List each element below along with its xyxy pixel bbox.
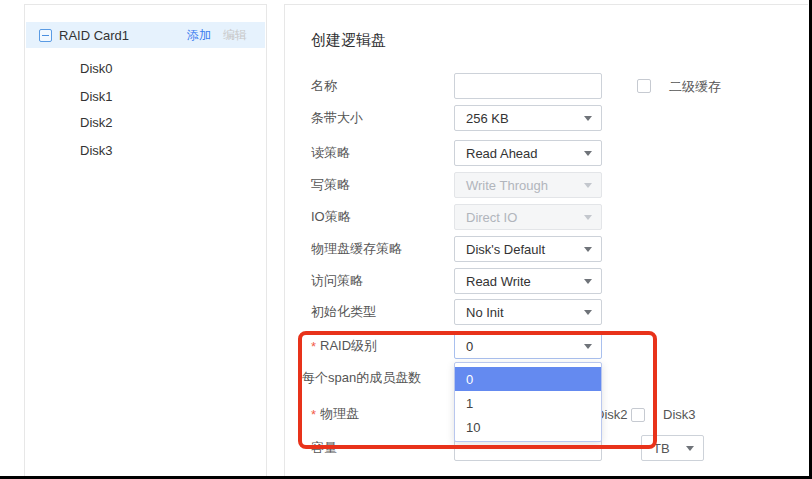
io-policy-value: Direct IO bbox=[466, 210, 517, 225]
write-policy-select: Write Through bbox=[454, 172, 602, 198]
raid-level-select[interactable]: 0 bbox=[454, 333, 602, 359]
disk-cache-value: Disk's Default bbox=[466, 242, 545, 257]
init-type-row: 初始化类型 No Init bbox=[311, 299, 808, 325]
stripe-label: 条带大小 bbox=[311, 105, 363, 131]
stripe-select[interactable]: 256 KB bbox=[454, 105, 602, 131]
stripe-row: 条带大小 256 KB bbox=[311, 105, 808, 131]
sidebar-item-disk2[interactable]: Disk2 bbox=[26, 108, 265, 136]
required-star-icon: * bbox=[311, 339, 316, 354]
name-row: 名称 二级缓存 bbox=[311, 73, 808, 99]
raid-level-option-1[interactable]: 1 bbox=[455, 391, 601, 415]
raid-level-option-0[interactable]: 0 bbox=[455, 367, 601, 391]
page-title: 创建逻辑盘 bbox=[311, 31, 386, 50]
add-link[interactable]: 添加 bbox=[187, 27, 211, 44]
sidebar-item-raid-card[interactable]: RAID Card1 添加 编辑 bbox=[26, 22, 265, 48]
chevron-down-icon bbox=[584, 215, 592, 220]
chevron-down-icon bbox=[584, 247, 592, 252]
required-star-icon: * bbox=[311, 407, 316, 422]
io-policy-label: IO策略 bbox=[311, 204, 351, 230]
disk3-checkbox[interactable] bbox=[631, 408, 645, 422]
chevron-down-icon bbox=[584, 183, 592, 188]
read-policy-label: 读策略 bbox=[311, 140, 350, 166]
name-input[interactable] bbox=[454, 73, 602, 99]
capacity-unit-select[interactable]: TB bbox=[641, 435, 704, 461]
raid-card-label: RAID Card1 bbox=[59, 28, 187, 43]
raid-level-row: * RAID级别 0 bbox=[311, 333, 808, 359]
span-members-label: 每个span的成员盘数 bbox=[302, 365, 421, 391]
chevron-down-icon bbox=[584, 151, 592, 156]
access-policy-select[interactable]: Read Write bbox=[454, 268, 602, 294]
read-policy-row: 读策略 Read Ahead bbox=[311, 140, 808, 166]
chevron-down-icon bbox=[584, 279, 592, 284]
access-policy-value: Read Write bbox=[466, 274, 531, 289]
disk-cache-row: 物理盘缓存策略 Disk's Default bbox=[311, 236, 808, 262]
stripe-value: 256 KB bbox=[466, 111, 509, 126]
physical-disk-label: * 物理盘 bbox=[311, 401, 359, 427]
disk-cache-label: 物理盘缓存策略 bbox=[311, 236, 402, 262]
secondary-cache-label: 二级缓存 bbox=[669, 78, 721, 96]
raid-level-label: * RAID级别 bbox=[311, 333, 377, 359]
raid-level-value: 0 bbox=[466, 339, 473, 354]
edit-link[interactable]: 编辑 bbox=[223, 27, 247, 44]
chevron-down-icon bbox=[584, 344, 592, 349]
capacity-unit-value: TB bbox=[653, 441, 670, 456]
disk3-checkbox-label: Disk3 bbox=[663, 407, 696, 422]
chevron-down-icon bbox=[584, 116, 592, 121]
io-policy-row: IO策略 Direct IO bbox=[311, 204, 808, 230]
collapse-minus-icon[interactable] bbox=[39, 29, 52, 42]
io-policy-select: Direct IO bbox=[454, 204, 602, 230]
sidebar-item-disk0[interactable]: Disk0 bbox=[26, 54, 265, 82]
capacity-label: 容量 bbox=[311, 435, 337, 461]
sidebar-item-disk3[interactable]: Disk3 bbox=[26, 136, 265, 164]
sidebar-item-disk1[interactable]: Disk1 bbox=[26, 82, 265, 110]
write-policy-value: Write Through bbox=[466, 178, 548, 193]
access-policy-row: 访问策略 Read Write bbox=[311, 268, 808, 294]
chevron-down-icon bbox=[584, 310, 592, 315]
create-logical-disk-panel: 创建逻辑盘 名称 二级缓存 条带大小 256 KB 读策略 Read Ahead… bbox=[284, 4, 808, 476]
name-label: 名称 bbox=[311, 73, 337, 99]
raid-level-option-10[interactable]: 10 bbox=[455, 415, 601, 439]
read-policy-select[interactable]: Read Ahead bbox=[454, 140, 602, 166]
init-type-label: 初始化类型 bbox=[311, 299, 376, 325]
write-policy-label: 写策略 bbox=[311, 172, 350, 198]
init-type-value: No Init bbox=[466, 305, 504, 320]
secondary-cache-checkbox[interactable] bbox=[637, 79, 651, 93]
read-policy-value: Read Ahead bbox=[466, 146, 538, 161]
access-policy-label: 访问策略 bbox=[311, 268, 363, 294]
device-tree-panel: RAID Card1 添加 编辑 Disk0 Disk1 Disk2 Disk3 bbox=[24, 4, 267, 476]
init-type-select[interactable]: No Init bbox=[454, 299, 602, 325]
disk3-checkbox-group: Disk3 bbox=[631, 407, 696, 422]
write-policy-row: 写策略 Write Through bbox=[311, 172, 808, 198]
raid-level-dropdown-panel: 0 1 10 bbox=[454, 362, 602, 442]
chevron-down-icon bbox=[686, 446, 694, 451]
disk-cache-select[interactable]: Disk's Default bbox=[454, 236, 602, 262]
